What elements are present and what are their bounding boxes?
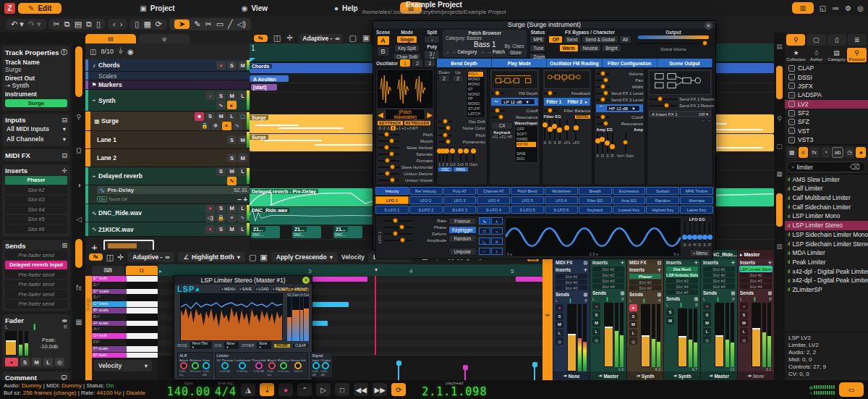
filter1-type-dropdown[interactable]: LP 12 dB▾: [501, 98, 535, 105]
osc-tab-1[interactable]: 1: [400, 59, 410, 67]
nudge-right-icon[interactable]: ›: [120, 20, 123, 28]
keytrack-toggle[interactable]: KEYTRACK: [378, 121, 403, 125]
mixer-insert-slot[interactable]: Slot #1: [592, 266, 624, 272]
knob-dot[interactable]: [400, 238, 405, 243]
mod-s-lfo-2[interactable]: S-LFO 2: [409, 206, 443, 214]
collapse-icon[interactable]: ⊟: [61, 117, 67, 124]
send-slot[interactable]: Pre-fader send: [5, 290, 67, 298]
strip-M-button[interactable]: M: [703, 319, 711, 327]
mixer-insert-slot[interactable]: Slot #2: [556, 280, 587, 285]
effect-filter-icon[interactable]: fx: [809, 147, 820, 158]
character-warm[interactable]: Warm: [559, 44, 579, 52]
lsp-pause-button[interactable]: PAUSE: [274, 344, 290, 348]
ws-asym[interactable]: ASYM: [516, 142, 535, 147]
protocol-jsfx[interactable]: ⌂JSFX: [785, 82, 868, 91]
play-mode-mono[interactable]: MONO: [468, 77, 480, 81]
lfo-unipolar[interactable]: Unipolar: [448, 248, 477, 256]
piano-key[interactable]: E♭⁴: [92, 282, 158, 289]
about-icon[interactable]: ◎: [857, 4, 864, 12]
lfo-freerun[interactable]: Freerun: [448, 217, 477, 225]
mod-s-lfo-1[interactable]: S-LFO 1: [375, 206, 409, 214]
mixer-channel-1x2[interactable]: 1x2: [449, 147, 456, 167]
insert-slot[interactable]: Slot #6: [5, 224, 67, 233]
midi-inputs-dropdown[interactable]: All MIDI Inputs▾: [5, 124, 67, 134]
mixer-insert-slot[interactable]: Slot #3: [740, 278, 772, 283]
global-volume-label[interactable]: Global Volume: [660, 47, 686, 51]
piano-key[interactable]: F♯³: [92, 340, 158, 346]
plugin-item[interactable]: ιΙLSP Sidechain Limiter Stereo: [785, 239, 868, 248]
record-options-button[interactable]: ⌃: [297, 383, 312, 396]
log-icon[interactable]: ≔: [832, 4, 839, 12]
record-dot[interactable]: ●: [216, 61, 226, 70]
strip-L-button[interactable]: L: [740, 328, 748, 335]
lfo-eg-sliders[interactable]: DAHDSR: [684, 222, 711, 247]
info-icon[interactable]: ⓘ: [61, 48, 67, 57]
knob-dot[interactable]: [399, 224, 404, 230]
strip-mono-button[interactable]: ◎: [629, 337, 637, 345]
record-arm-button[interactable]: ●: [5, 358, 18, 366]
param-slider[interactable]: Send FX 1 Return: [649, 96, 711, 102]
knob-dot[interactable]: [603, 77, 608, 83]
filter-tab-protocol[interactable]: ⚲Protocol: [847, 48, 867, 62]
lsp-knob-output[interactable]: Output0.00 dB: [321, 358, 331, 377]
ws-off[interactable]: OFF: [516, 127, 524, 131]
mod-modwheel[interactable]: Modwheel: [545, 187, 578, 195]
bounce-button[interactable]: ▭: [839, 382, 864, 397]
knob-dot[interactable]: [548, 108, 553, 113]
kick-region[interactable]: 21...DNC...: [292, 226, 321, 238]
mute-button[interactable]: M: [216, 112, 226, 121]
piano-key[interactable]: E⁴ both: [92, 276, 158, 282]
editor-ruler[interactable]: ▸ 3 4 5 ▾: [158, 264, 542, 276]
record-armed-dot[interactable]: ■: [195, 112, 204, 121]
mixer-insert-slot[interactable]: Zita Rev1: [666, 266, 698, 272]
strip-record-button[interactable]: ●: [740, 303, 748, 310]
mixer-insert-slot[interactable]: Slot #4: [740, 284, 772, 289]
automation-icon[interactable]: ∿: [233, 122, 242, 130]
filter-icon[interactable]: ⏚: [118, 47, 123, 56]
mono-button[interactable]: ◎: [55, 358, 64, 366]
auto-off-button[interactable]: Off: [122, 197, 127, 201]
mute-button[interactable]: M: [227, 91, 237, 100]
filter-config-diagram[interactable]: [544, 70, 591, 89]
add-icon[interactable]: ✛: [694, 260, 698, 266]
mixer-strip-surge[interactable]: ▦SurgeMIDI FX⊟Inserts✛PhaserSlot #2Slot …: [627, 250, 663, 380]
knob-dot[interactable]: [393, 231, 398, 236]
cut-tool[interactable]: ✂: [205, 20, 211, 28]
section-header-bend-depth[interactable]: Bend Depth: [437, 59, 492, 67]
mod-breath[interactable]: Breath: [579, 187, 612, 195]
midi-note[interactable]: [516, 277, 542, 282]
mod-lfo-1[interactable]: LFO 1: [375, 196, 409, 204]
strip-fader[interactable]: [752, 303, 761, 367]
pencil-tool[interactable]: ✎: [194, 20, 200, 28]
piano-key[interactable]: G³ both: [92, 333, 158, 340]
headphones-icon[interactable]: Ω: [76, 147, 81, 155]
mixer-insert-slot[interactable]: Slot #3: [629, 285, 661, 290]
eraser-tool[interactable]: ▭: [216, 20, 224, 28]
eg-slider-+F2[interactable]: +F2: [572, 119, 579, 145]
insert-slot[interactable]: Slot #5: [5, 215, 67, 224]
plugin-item[interactable]: ιΙLSP Sidechain Limiter Mono: [785, 230, 868, 240]
paste-icon[interactable]: ▤: [75, 20, 82, 28]
scale-region[interactable]: A Aeolian: [251, 75, 289, 82]
audition-tool[interactable]: ◁): [237, 20, 246, 28]
strip-mono-button[interactable]: ◎: [556, 337, 563, 345]
filter2-type-dropdown[interactable]: HP 12 dB▾: [606, 105, 640, 112]
file-icon[interactable]: ▢: [776, 143, 783, 150]
eg-slider-+F1[interactable]: +F1: [563, 119, 571, 145]
split-value[interactable]: -: [424, 35, 440, 43]
ws-hard[interactable]: HARD: [516, 137, 527, 141]
bypass-send-global[interactable]: Send & Global: [582, 35, 618, 43]
clear-search-icon[interactable]: ⌫: [849, 163, 859, 171]
filter-eg-sliders[interactable]: ADSR+F1+F2: [544, 119, 591, 145]
strip-record-button[interactable]: ●: [592, 303, 600, 310]
insert-slot[interactable]: Phaser: [5, 176, 67, 185]
collapse-icon[interactable]: ⊟: [584, 260, 587, 266]
tab-presets[interactable]: ≣: [848, 34, 867, 46]
scene-b-button[interactable]: B: [377, 46, 390, 56]
bypass-send[interactable]: Send: [563, 35, 582, 43]
track-delayed-reverb[interactable]: ⌁ Delayed reverb SML ∿: [85, 167, 250, 185]
rewind-button[interactable]: ◀◀: [354, 383, 368, 396]
category-nav[interactable]: ← → Category ← → Patch: [446, 49, 505, 56]
auto-touch-button[interactable]: Touch: [109, 197, 120, 201]
mixer-channel-Gain[interactable]: Gain: [469, 147, 478, 167]
